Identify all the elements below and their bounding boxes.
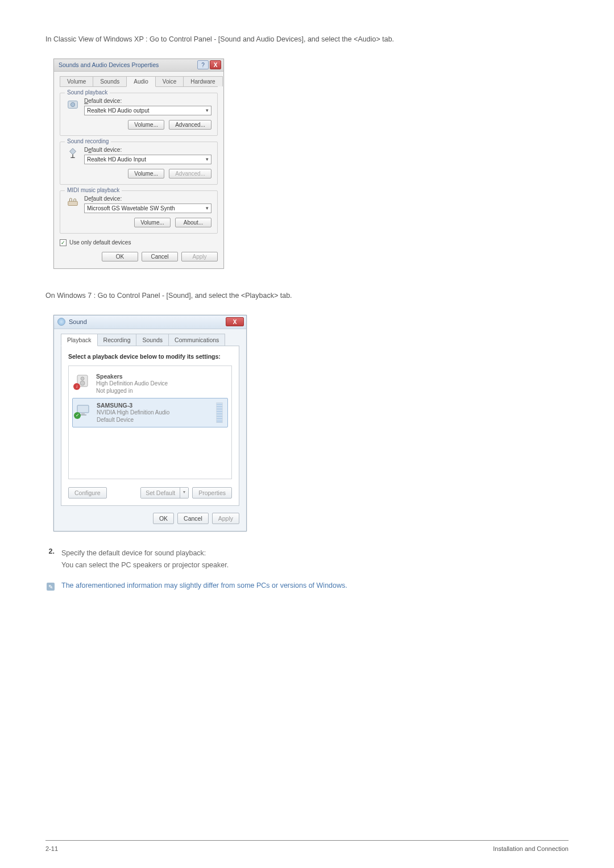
device-desc: NVIDIA High Definition Audio — [97, 409, 210, 416]
w7-tabs: Playback Recording Sounds Communications — [61, 334, 239, 346]
volume-button[interactable]: Volume... — [134, 218, 171, 227]
instruction-text: Select a playback device below to modify… — [68, 353, 232, 360]
tab-sounds[interactable]: Sounds — [93, 76, 127, 86]
default-badge-icon: ✓ — [74, 412, 81, 419]
xp-titlebar: Sounds and Audio Devices Properties ? X — [54, 59, 223, 72]
volume-level-meter — [216, 402, 223, 423]
playback-device-value: Realtek HD Audio output — [87, 107, 150, 114]
step-line-2: You can select the PC speakers or projec… — [61, 559, 229, 571]
tab-communications[interactable]: Communications — [168, 334, 225, 346]
tab-recording[interactable]: Recording — [97, 334, 137, 346]
group-title: Sound recording — [65, 138, 111, 144]
xp-dialog-title: Sounds and Audio Devices Properties — [59, 61, 196, 68]
microphone-icon — [66, 147, 80, 160]
intro-w7: On Windows 7 : Go to Control Panel - [So… — [45, 290, 569, 301]
device-list: ↓ Speakers High Definition Audio Device … — [68, 366, 232, 479]
device-status: Not plugged in — [96, 387, 226, 394]
device-name: Speakers — [96, 373, 226, 380]
set-default-label: Set Default — [141, 488, 180, 498]
unplugged-badge-icon: ↓ — [73, 383, 80, 390]
default-device-label: Default device: — [84, 196, 211, 202]
svg-point-1 — [70, 102, 74, 106]
cancel-button[interactable]: Cancel — [142, 252, 178, 261]
about-button[interactable]: About... — [175, 218, 211, 227]
midi-playback-group: MIDI music playback Default device: Micr… — [60, 190, 218, 234]
intro-xp: In Classic View of Windows XP : Go to Co… — [45, 34, 569, 45]
group-title: Sound playback — [65, 89, 110, 95]
tab-hardware[interactable]: Hardware — [183, 76, 222, 86]
configure-button[interactable]: Configure — [68, 487, 107, 499]
step-line-1: Specify the default device for sound pla… — [61, 547, 229, 559]
group-title: MIDI music playback — [65, 187, 122, 193]
cancel-button[interactable]: Cancel — [177, 513, 209, 524]
tab-sounds[interactable]: Sounds — [136, 334, 169, 346]
sound-recording-group: Sound recording Default device: Realtek … — [60, 142, 218, 185]
note-icon: ✎ — [47, 583, 55, 591]
close-button[interactable]: X — [226, 317, 244, 326]
page-number: 2-11 — [45, 845, 58, 852]
midi-device-select[interactable]: Microsoft GS Wavetable SW Synth — [84, 203, 211, 213]
apply-button[interactable]: Apply — [212, 513, 239, 524]
w7-titlebar: Sound X — [54, 315, 246, 329]
svg-point-7 — [80, 381, 85, 385]
ok-button[interactable]: OK — [153, 513, 174, 524]
speaker-icon: ↓ — [74, 373, 90, 389]
svg-point-6 — [81, 377, 84, 380]
close-button[interactable]: X — [210, 60, 221, 69]
midi-device-value: Microsoft GS Wavetable SW Synth — [87, 205, 175, 211]
default-device-label: Default device: — [84, 98, 211, 104]
advanced-button: Advanced... — [169, 169, 211, 178]
step-number: 2. — [45, 547, 55, 572]
volume-button[interactable]: Volume... — [128, 169, 164, 178]
midi-icon — [66, 196, 80, 209]
sound-icon — [57, 318, 65, 326]
use-default-checkbox[interactable]: ✓ — [60, 239, 67, 246]
tab-voice[interactable]: Voice — [155, 76, 184, 86]
xp-audio-dialog: Sounds and Audio Devices Properties ? X … — [53, 59, 224, 269]
sound-playback-group: Sound playback Default device: Realtek H… — [60, 93, 218, 136]
tab-audio[interactable]: Audio — [126, 76, 156, 87]
device-status: Default Device — [97, 416, 210, 423]
ok-button[interactable]: OK — [102, 252, 138, 261]
volume-button[interactable]: Volume... — [128, 120, 164, 130]
svg-rect-8 — [77, 405, 89, 413]
xp-tabs: Volume Sounds Audio Voice Hardware — [60, 76, 218, 87]
chevron-down-icon[interactable]: ▾ — [180, 488, 188, 498]
device-name: SAMSUNG-3 — [97, 402, 210, 409]
playback-device-select[interactable]: Realtek HD Audio output — [84, 106, 211, 115]
svg-rect-9 — [81, 413, 85, 414]
note-text: The aforementioned information may sligh… — [61, 582, 347, 589]
step-2: 2. Specify the default device for sound … — [45, 547, 569, 572]
w7-sound-dialog: Sound X Playback Recording Sounds Commun… — [53, 315, 247, 531]
recording-device-select[interactable]: Realtek HD Audio Input — [84, 155, 211, 164]
checkbox-label: Use only default devices — [69, 239, 131, 246]
page-footer: 2-11 Installation and Connection — [45, 840, 569, 852]
tab-playback[interactable]: Playback — [61, 334, 98, 346]
svg-rect-4 — [68, 201, 78, 205]
list-item[interactable]: ↓ Speakers High Definition Audio Device … — [72, 369, 228, 398]
note: ✎ The aforementioned information may sli… — [45, 582, 569, 591]
w7-dialog-title: Sound — [69, 318, 226, 325]
section-title: Installation and Connection — [493, 845, 569, 852]
device-desc: High Definition Audio Device — [96, 380, 226, 387]
monitor-icon: ✓ — [75, 402, 91, 418]
tab-volume[interactable]: Volume — [60, 76, 93, 86]
default-device-label: Default device: — [84, 147, 211, 153]
list-item[interactable]: ✓ SAMSUNG-3 NVIDIA High Definition Audio… — [72, 398, 228, 427]
apply-button: Apply — [181, 252, 218, 261]
set-default-button[interactable]: Set Default ▾ — [140, 487, 189, 499]
advanced-button[interactable]: Advanced... — [169, 120, 211, 130]
speaker-icon — [66, 98, 80, 111]
recording-device-value: Realtek HD Audio Input — [87, 156, 146, 163]
help-button[interactable]: ? — [197, 60, 209, 69]
properties-button[interactable]: Properties — [192, 487, 232, 499]
